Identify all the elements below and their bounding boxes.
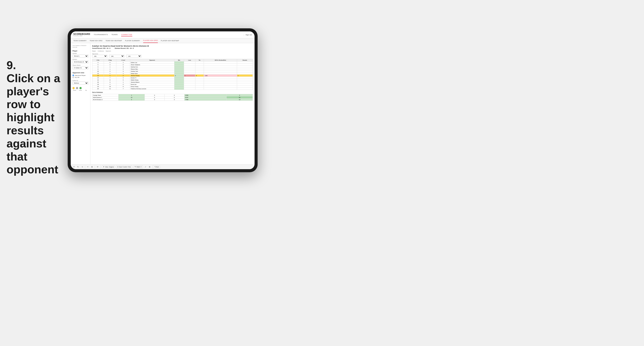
table-row[interactable]: 16 9 1 Jessica Mason [92,81,253,83]
opponent-filter-group: Opponent [106,50,111,52]
sub-nav-team-h2h-heatmap[interactable]: TEAM H2H HEATMAP [106,38,122,43]
table-row[interactable]: 19 10 6 Emily Chang [92,85,253,88]
table-row[interactable]: 13 1 1 Heejo Hyun [92,72,253,75]
table-row[interactable]: 6 1 3 Sydney Kuo [92,66,253,68]
top-nav: SCOREBOARD Powered by clippd TOURNAMENTS… [71,31,254,38]
radio-opponents-played[interactable]: Opponents Played [72,75,88,76]
table-row[interactable]: 3 5 1 Esther Lee [92,61,253,64]
table-row[interactable]: NCAA Division 2 5 0 0 7.400 10 [92,99,253,101]
watch-button[interactable]: 👁 Watch ▾ [134,166,143,168]
colour-by-select[interactable]: Win/loss [72,82,88,85]
table-row[interactable]: 5 2 2 Alexis Sudjianto [92,64,253,66]
save-custom-view-button[interactable]: ⊟ Save Custom View [116,166,132,168]
timestamp: Last Updated: 27/03/2024 16:55:38 [72,45,88,48]
label-up: Up [84,90,88,91]
label-level: Level [78,90,82,91]
table-row[interactable]: Foreign Team 1 0 0 4.500 2 [92,94,253,96]
dot-down [72,87,75,89]
region-filter-group: Region [92,50,96,52]
sub-nav-player-h2h-heatmap[interactable]: PLAYER H2H HEATMAP [161,38,179,43]
conference-select[interactable]: (All) [109,55,124,58]
division-select[interactable]: NCAA Division III [72,60,88,63]
copy-button[interactable]: ⊞ [90,166,94,168]
table-header-row: # Div # Reg # Conf Opponent Win Loss Tie… [92,59,253,61]
radio-top-100[interactable]: Top 100 [72,77,88,78]
label-down: Down [72,90,77,91]
nav-items: TOURNAMENTS TEAMS COMMITTEE [94,33,244,36]
out-of-division-title: Out of division [92,92,253,93]
save-icon: ⊟ [117,166,118,168]
col-reg: # Reg [104,59,116,61]
sub-nav-player-summary[interactable]: PLAYER SUMMARY [125,38,140,43]
conference-filter-group: Conference [98,50,104,52]
resize-button[interactable]: ⤢ [144,166,147,168]
opponent-view-title: Opponent view [72,72,88,74]
col-conf: # Conf [116,59,130,61]
colour-by-label: Colour by [72,80,88,81]
out-of-division-table: Foreign Team 1 0 0 4.500 2 NAIA Division… [92,94,253,101]
col-opponent: Opponent [130,59,174,61]
opp-name: Alexis Sudjianto [130,64,174,66]
nav-tournaments[interactable]: TOURNAMENTS [94,33,108,36]
logo-sub: Powered by clippd [73,35,90,36]
logo-area: SCOREBOARD Powered by clippd [73,33,90,36]
annotation-text: 9. Click on a player's row to highlight … [6,59,66,176]
color-dots [72,87,88,89]
region-label: Region [92,50,96,52]
chevron-down-icon: ▾ [141,166,142,168]
opponents-filter-label: Opponents: [92,53,108,54]
opp-name: Eunice Yi [130,77,174,79]
grid-button[interactable]: ⊞ [148,166,151,168]
opp-name: Euna Lee [130,83,174,85]
opp-name: Stella Cheng [130,79,174,81]
color-labels: Down Level Up [72,90,88,91]
division-label: Division [72,59,88,60]
table-row-highlighted[interactable]: 13 1 2 Jessica Huang 0 1 0 -3.00 2 [92,75,253,77]
col-diff: Diff Av Strokes/Rnd [204,59,237,61]
watch-icon: 👁 [134,166,136,168]
opp-name-highlighted: Jessica Huang [130,75,174,77]
nav-committee[interactable]: COMMITTEE [121,33,132,36]
refresh-button[interactable]: ⟳ [96,166,99,168]
table-row[interactable]: 10 6 3 Andrea York [92,70,253,72]
sub-nav-team-h2h-grid[interactable]: TEAM H2H GRID [90,38,102,43]
opp-name: Jessica Mason [130,81,174,83]
sub-nav: TEAM SUMMARY TEAM H2H GRID TEAM H2H HEAT… [71,38,254,43]
tablet-screen: SCOREBOARD Powered by clippd TOURNAMENTS… [71,31,254,169]
panel-title: Katelyn Vo Head-to-Head Grid for Women's… [92,45,253,47]
left-sidebar: Last Updated: 27/03/2024 16:55:38 Player… [71,43,90,165]
col-rounds: Rounds [237,59,253,61]
table-row[interactable]: 9 1 4 Sharon Mun [92,68,253,70]
table-row[interactable]: NAIA Division 1 15 0 0 9.267 30 [92,96,253,99]
col-loss: Loss [184,59,196,61]
cut-button[interactable]: ✂ [86,166,89,168]
sub-nav-player-h2h-grid[interactable]: PLAYER H2H GRID [143,38,158,43]
main-content: Last Updated: 27/03/2024 16:55:38 Player… [71,43,254,165]
player-section-title: Player [72,50,88,52]
gender-label: Gender [72,53,88,54]
conference-label: Conference [98,50,104,52]
gender-select[interactable]: Women's [72,54,88,58]
division-record: Division Record: 331 - 34 - 6 [114,47,134,49]
share-button[interactable]: ↗ Share [152,166,160,168]
undo-button[interactable]: ↺ [72,166,75,168]
player-rank-select[interactable]: 8. Katelyn Vo [72,66,88,69]
table-row[interactable]: 18 2 2 Euna Lee [92,83,253,85]
forward-button[interactable]: ⇥ [81,166,84,168]
table-row[interactable]: 14 7 4 Eunice Yi [92,77,253,79]
table-row[interactable]: 15 8 5 Stella Cheng [92,79,253,81]
sign-out-button[interactable]: Sign out [246,34,252,36]
dot-up [80,87,82,89]
redo-button[interactable]: ↻ [77,166,80,168]
table-row[interactable]: 20 11 7 Federica Domecq Lacroze [92,88,253,90]
filter-selects-row: Opponents: (All) (All) (All) [92,53,253,58]
opponent-select[interactable]: (All) [126,55,142,58]
view-original-button[interactable]: 👁 View: Original [102,166,115,168]
sub-nav-team-summary[interactable]: TEAM SUMMARY [73,38,87,43]
opp-name: Emily Chang [130,85,174,88]
record-row: Overall Record: 353 - 34 - 6 Division Re… [92,47,253,49]
opponents-select[interactable]: (All) [92,55,108,58]
opp-name: Andrea York [130,70,174,72]
step-number: 9. [6,59,66,72]
nav-teams[interactable]: TEAMS [111,33,118,36]
